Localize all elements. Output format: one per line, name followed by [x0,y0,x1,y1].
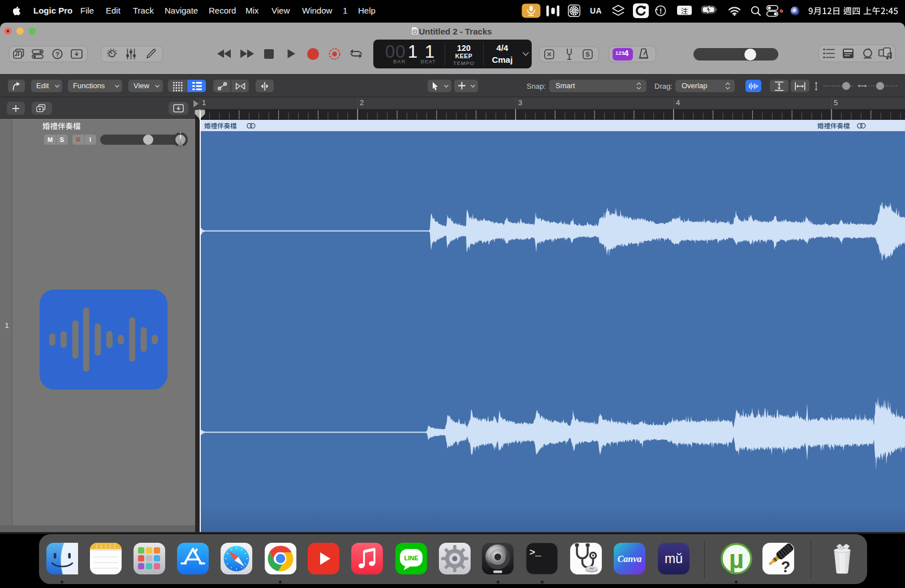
svg-text:LINE: LINE [404,555,418,561]
svg-text:?: ? [781,559,791,576]
svg-text:mŭ: mŭ [665,551,683,566]
svg-text:>_: >_ [529,547,541,558]
svg-text:µ: µ [729,544,744,574]
svg-text:Canva: Canva [618,554,642,564]
